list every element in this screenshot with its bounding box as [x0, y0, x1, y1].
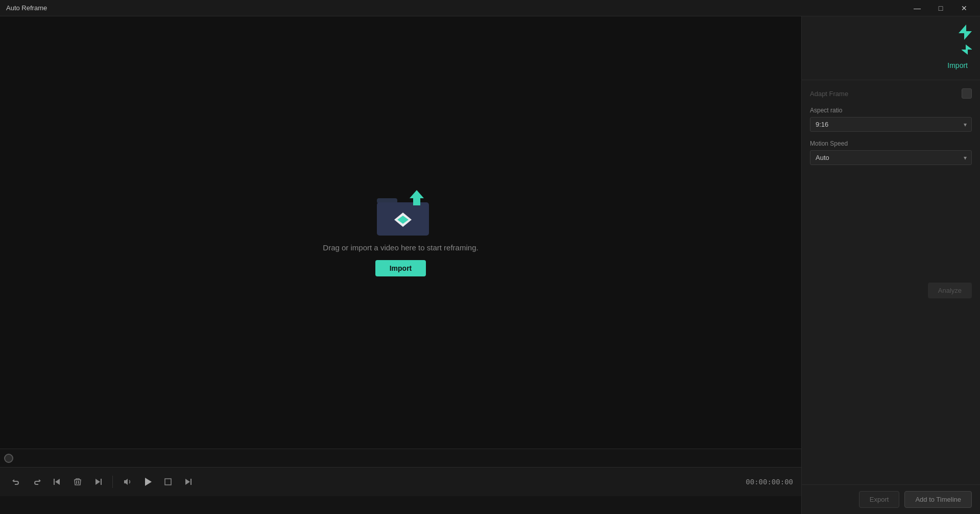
analyze-area: Analyze: [802, 276, 980, 305]
svg-marker-9: [185, 479, 190, 485]
motion-speed-select-wrapper[interactable]: Auto Slow Default Fast: [810, 150, 972, 165]
add-to-timeline-button[interactable]: Add to Timeline: [904, 491, 972, 508]
undo-button[interactable]: [8, 474, 25, 490]
import-placeholder: Drag or import a video here to start ref…: [323, 189, 478, 276]
aspect-ratio-group: Aspect ratio 9:16 16:9 1:1 4:5 4:3: [810, 107, 972, 132]
adapt-frame-label: Adapt Frame: [810, 90, 848, 98]
play-button[interactable]: [139, 474, 156, 490]
bolt-down-icon: [959, 25, 972, 42]
main-layout: Drag or import a video here to start ref…: [0, 16, 980, 514]
svg-rect-5: [54, 479, 55, 485]
export-button[interactable]: Export: [859, 491, 900, 508]
bottom-right-buttons: Export Add to Timeline: [802, 484, 980, 514]
center-area: Drag or import a video here to start ref…: [0, 16, 801, 514]
bolt-right-icon: [962, 44, 972, 57]
adapt-frame-row: Adapt Frame: [810, 88, 972, 99]
aspect-ratio-select[interactable]: 9:16 16:9 1:1 4:5 4:3: [810, 117, 972, 132]
titlebar-controls: — □ ✕: [905, 0, 976, 16]
volume-button[interactable]: [119, 474, 135, 490]
playback-controls: 00:00:00:00: [0, 468, 801, 496]
adapt-frame-toggle[interactable]: [962, 88, 972, 99]
skip-end-button[interactable]: [90, 474, 106, 490]
aspect-ratio-label: Aspect ratio: [810, 107, 972, 114]
right-settings: Adapt Frame Aspect ratio 9:16 16:9 1:1 4…: [802, 80, 980, 276]
analyze-button[interactable]: Analyze: [928, 283, 972, 298]
svg-rect-8: [165, 479, 171, 485]
motion-speed-select[interactable]: Auto Slow Default Fast: [810, 150, 972, 165]
motion-speed-label: Motion Speed: [810, 140, 972, 147]
timecode: 00:00:00:00: [746, 478, 793, 486]
motion-speed-group: Motion Speed Auto Slow Default Fast: [810, 140, 972, 165]
svg-rect-6: [101, 479, 102, 485]
import-button-center[interactable]: Import: [375, 260, 426, 276]
timeline-area: 00:00:00:00: [0, 449, 801, 514]
redo-button[interactable]: [29, 474, 45, 490]
svg-rect-10: [190, 479, 192, 485]
right-panel: Import Adapt Frame Aspect ratio 9:16 16:…: [801, 16, 980, 514]
left-controls: [8, 474, 197, 490]
preview-area: Drag or import a video here to start ref…: [0, 16, 801, 449]
next-frame-button[interactable]: [180, 474, 197, 490]
timeline-empty-row: [0, 496, 801, 514]
frame-button[interactable]: [160, 474, 176, 490]
folder-icon: [375, 189, 426, 235]
svg-marker-11: [959, 25, 972, 40]
skip-start-button[interactable]: [49, 474, 65, 490]
window-title: Auto Reframe: [4, 4, 47, 12]
import-button-right[interactable]: Import: [943, 59, 972, 72]
svg-marker-12: [962, 44, 972, 55]
minimize-button[interactable]: —: [905, 0, 929, 16]
right-panel-spacer: [802, 305, 980, 484]
maximize-button[interactable]: □: [929, 0, 952, 16]
titlebar: Auto Reframe — □ ✕: [0, 0, 980, 16]
right-top-import: Import: [802, 16, 980, 80]
timeline-scrubber[interactable]: [4, 454, 13, 463]
delete-button[interactable]: [69, 474, 86, 490]
placeholder-text: Drag or import a video here to start ref…: [323, 243, 478, 252]
svg-marker-7: [145, 478, 152, 486]
folder-svg: [375, 189, 431, 238]
timeline-track[interactable]: [0, 449, 801, 468]
controls-separator: [112, 476, 113, 488]
close-button[interactable]: ✕: [952, 0, 976, 16]
aspect-ratio-select-wrapper[interactable]: 9:16 16:9 1:1 4:5 4:3: [810, 117, 972, 132]
